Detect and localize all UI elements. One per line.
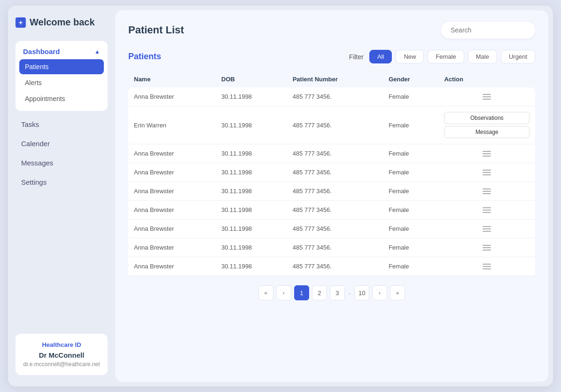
page-first-button[interactable]: « [258, 285, 273, 300]
cell-gender: Female [383, 163, 438, 182]
action-menu-icon[interactable] [444, 151, 530, 157]
cell-gender: Female [383, 182, 438, 201]
cell-patient-number: 485 777 3456. [287, 87, 383, 106]
healthcare-id-label: Healthcare ID [23, 341, 100, 348]
cell-patient-number: 485 777 3456. [287, 238, 383, 257]
page-title: Patient List [128, 24, 184, 36]
filter-urgent-button[interactable]: Urgent [501, 50, 535, 63]
cell-action[interactable] [438, 220, 535, 238]
cell-dob: 30.11.1998 [216, 238, 287, 257]
cell-patient-number: 485 777 3456. [287, 106, 383, 144]
doctor-name: Dr McConnell [23, 351, 100, 359]
cell-dob: 30.11.1998 [216, 182, 287, 201]
table-row[interactable]: Anna Brewster30.11.1998485 777 3456.Fema… [128, 163, 535, 182]
cell-patient-number: 485 777 3456. [287, 201, 383, 220]
dashboard-label: Dashboard [23, 47, 60, 55]
chevron-up-icon: ▲ [94, 48, 100, 55]
cell-action[interactable]: Observations Message [438, 106, 535, 144]
cell-name: Anna Brewster [128, 220, 216, 238]
main-content: Patient List Patients Filter All New Fem… [115, 10, 548, 382]
sidebar: + Welcome back Dashboard ▲ Patients Aler… [8, 6, 115, 386]
doctor-email: dr.e.mcconnell@heathcare.net [23, 361, 100, 368]
page-separator: - [348, 290, 351, 297]
table-row[interactable]: Erin Warren30.11.1998485 777 3456.Female… [128, 106, 535, 144]
table-row[interactable]: Anna Brewster30.11.1998485 777 3456.Fema… [128, 257, 535, 276]
dashboard-nav-section: Dashboard ▲ Patients Alerts Appointments [16, 41, 108, 111]
action-menu-icon[interactable] [444, 207, 530, 213]
filter-controls: Filter All New Female Male Urgent [349, 50, 535, 63]
cell-action[interactable] [438, 144, 535, 163]
cell-name: Anna Brewster [128, 238, 216, 257]
page-last-button[interactable]: » [390, 285, 405, 300]
sidebar-logo: + Welcome back [16, 17, 108, 28]
pagination: « ‹ 1 2 3 - 10 › » [128, 285, 535, 300]
cell-dob: 30.11.1998 [216, 106, 287, 144]
cell-dob: 30.11.1998 [216, 220, 287, 238]
cell-action[interactable] [438, 163, 535, 182]
patient-table: Name DOB Patient Number Gender Action An… [128, 71, 535, 276]
cell-action[interactable] [438, 201, 535, 220]
action-buttons: Observations Message [444, 112, 530, 138]
action-menu-icon[interactable] [444, 94, 530, 100]
observations-button[interactable]: Observations [444, 112, 530, 124]
cell-patient-number: 485 777 3456. [287, 220, 383, 238]
cell-dob: 30.11.1998 [216, 201, 287, 220]
col-action: Action [438, 71, 535, 87]
action-menu-icon[interactable] [444, 245, 530, 251]
table-row[interactable]: Anna Brewster30.11.1998485 777 3456.Fema… [128, 238, 535, 257]
action-menu-icon[interactable] [444, 264, 530, 269]
cell-name: Anna Brewster [128, 144, 216, 163]
filter-bar: Patients Filter All New Female Male Urge… [128, 50, 535, 63]
dashboard-nav-header[interactable]: Dashboard ▲ [19, 45, 104, 58]
cell-gender: Female [383, 220, 438, 238]
logo-icon: + [16, 17, 26, 28]
sidebar-item-messages[interactable]: Messages [16, 154, 108, 172]
action-menu-icon[interactable] [444, 170, 530, 175]
col-dob: DOB [216, 71, 287, 87]
logo-text: Welcome back [30, 17, 95, 28]
sidebar-item-settings[interactable]: Settings [16, 173, 108, 191]
action-menu-icon[interactable] [444, 188, 530, 194]
sidebar-item-tasks[interactable]: Tasks [16, 116, 108, 133]
cell-action[interactable] [438, 182, 535, 201]
cell-dob: 30.11.1998 [216, 87, 287, 106]
cell-name: Anna Brewster [128, 87, 216, 106]
cell-name: Anna Brewster [128, 257, 216, 276]
table-row[interactable]: Anna Brewster30.11.1998485 777 3456.Fema… [128, 201, 535, 220]
action-menu-icon[interactable] [444, 226, 530, 232]
filter-female-button[interactable]: Female [428, 50, 464, 63]
table-row[interactable]: Anna Brewster30.11.1998485 777 3456.Fema… [128, 144, 535, 163]
page-next-button[interactable]: › [372, 285, 387, 300]
cell-action[interactable] [438, 238, 535, 257]
page-2-button[interactable]: 2 [312, 285, 327, 300]
sidebar-item-calender[interactable]: Calender [16, 135, 108, 152]
cell-dob: 30.11.1998 [216, 163, 287, 182]
main-header: Patient List [128, 22, 535, 39]
page-10-button[interactable]: 10 [354, 285, 369, 300]
cell-dob: 30.11.1998 [216, 144, 287, 163]
cell-gender: Female [383, 257, 438, 276]
cell-action[interactable] [438, 257, 535, 276]
page-prev-button[interactable]: ‹ [276, 285, 291, 300]
cell-action[interactable] [438, 87, 535, 106]
filter-all-button[interactable]: All [369, 50, 392, 63]
page-1-button[interactable]: 1 [294, 285, 309, 300]
cell-name: Anna Brewster [128, 182, 216, 201]
sidebar-item-appointments[interactable]: Appointments [19, 91, 104, 106]
table-row[interactable]: Anna Brewster30.11.1998485 777 3456.Fema… [128, 220, 535, 238]
cell-gender: Female [383, 106, 438, 144]
cell-gender: Female [383, 144, 438, 163]
col-patient-number: Patient Number [287, 71, 383, 87]
sidebar-item-alerts[interactable]: Alerts [19, 75, 104, 90]
page-3-button[interactable]: 3 [330, 285, 345, 300]
patients-section-label: Patients [128, 52, 161, 62]
filter-new-button[interactable]: New [396, 50, 424, 63]
sidebar-item-patients[interactable]: Patients [19, 59, 104, 74]
cell-patient-number: 485 777 3456. [287, 163, 383, 182]
search-input[interactable] [441, 22, 535, 39]
table-row[interactable]: Anna Brewster30.11.1998485 777 3456.Fema… [128, 87, 535, 106]
sidebar-footer: Healthcare ID Dr McConnell dr.e.mcconnel… [16, 334, 108, 375]
message-button[interactable]: Message [444, 126, 530, 138]
table-row[interactable]: Anna Brewster30.11.1998485 777 3456.Fema… [128, 182, 535, 201]
filter-male-button[interactable]: Male [468, 50, 497, 63]
